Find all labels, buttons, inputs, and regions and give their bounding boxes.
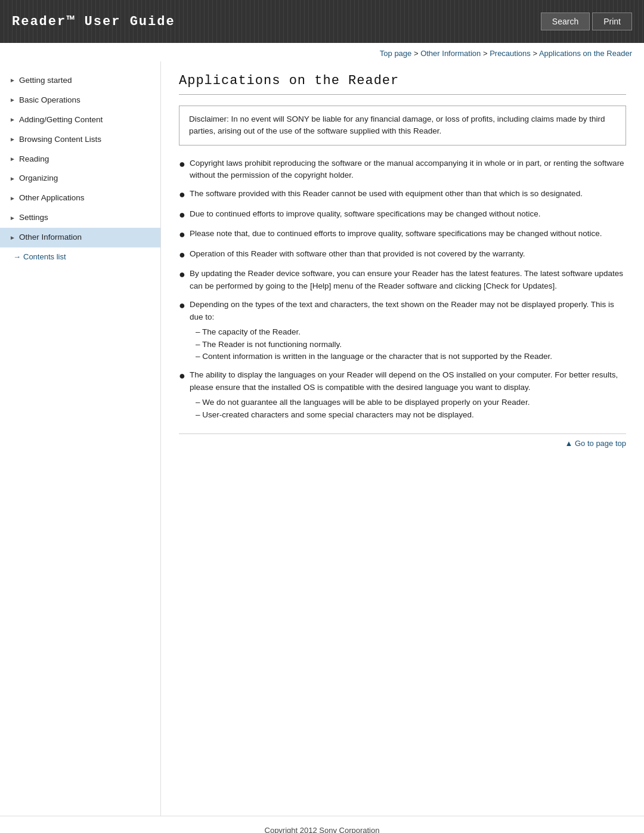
list-item-content: Due to continued efforts to improve qual… <box>190 208 541 221</box>
footer-copyright: Copyright 2012 Sony Corporation <box>265 826 380 833</box>
content-footer: ▲ Go to page top <box>179 433 626 448</box>
bullet-icon: ● <box>179 228 190 241</box>
bullet-icon: ● <box>179 248 190 262</box>
sidebar-item-reading[interactable]: ► Reading <box>0 150 160 169</box>
sidebar-item-organizing[interactable]: ► Organizing <box>0 169 160 188</box>
list-item-content: Operation of this Reader with software o… <box>190 248 525 261</box>
chevron-right-icon: ► <box>10 96 16 104</box>
sidebar-item-label: Basic Operations <box>19 95 80 106</box>
breadcrumb-sep2: > <box>481 49 490 58</box>
sidebar-item-getting-started[interactable]: ► Getting started <box>0 71 160 91</box>
breadcrumb-other-info[interactable]: Other Information <box>420 49 481 58</box>
breadcrumb-sep1: > <box>411 49 420 58</box>
bullet-icon: ● <box>179 369 190 383</box>
page-title: Applications on the Reader <box>179 73 626 95</box>
contents-list-label: Contents list <box>23 252 66 261</box>
sub-list: We do not guarantee all the languages wi… <box>190 397 626 422</box>
list-item-content: Depending on the types of the text and c… <box>190 299 626 364</box>
bullet-list: ● Copyright laws prohibit reproducing th… <box>179 157 626 422</box>
search-button[interactable]: Search <box>541 13 590 30</box>
sidebar-item-label: Settings <box>19 212 48 224</box>
content-area: Applications on the Reader Disclaimer: I… <box>161 61 644 816</box>
list-item-content: Copyright laws prohibit reproducing the … <box>190 157 626 182</box>
print-button[interactable]: Print <box>592 13 632 30</box>
list-item: ● Due to continued efforts to improve qu… <box>179 208 626 222</box>
list-item: ● The software provided with this Reader… <box>179 188 626 202</box>
list-item: ● By updating the Reader device software… <box>179 268 626 293</box>
list-item: ● Operation of this Reader with software… <box>179 248 626 262</box>
chevron-right-icon: ► <box>10 214 16 222</box>
chevron-right-icon: ► <box>10 135 16 144</box>
sidebar-item-adding-content[interactable]: ► Adding/Getting Content <box>0 110 160 130</box>
sub-list: The capacity of the Reader. The Reader i… <box>190 326 626 364</box>
sidebar-item-other-applications[interactable]: ► Other Applications <box>0 188 160 208</box>
main-layout: ► Getting started ► Basic Operations ► A… <box>0 61 644 816</box>
list-item: ● The ability to display the languages o… <box>179 369 626 422</box>
breadcrumb-precautions[interactable]: Precautions <box>490 49 531 58</box>
breadcrumb-top-page[interactable]: Top page <box>380 49 412 58</box>
list-item-content: By updating the Reader device software, … <box>190 268 626 293</box>
chevron-right-icon: ► <box>10 234 16 242</box>
sidebar-item-label: Getting started <box>19 75 72 86</box>
sidebar-item-label: Organizing <box>19 173 58 184</box>
list-item-content: The software provided with this Reader c… <box>190 188 583 200</box>
list-item: ● Please note that, due to continued eff… <box>179 228 626 241</box>
sub-list-item: We do not guarantee all the languages wi… <box>190 397 626 409</box>
arrow-right-icon: → <box>13 252 21 261</box>
sub-list-item: The Reader is not functioning normally. <box>190 339 626 351</box>
list-item-content: Please note that, due to continued effor… <box>190 228 602 240</box>
bullet-icon: ● <box>179 157 190 171</box>
go-to-top-link[interactable]: ▲ Go to page top <box>565 439 627 448</box>
breadcrumb: Top page > Other Information > Precautio… <box>0 43 644 61</box>
sidebar-item-browsing-content[interactable]: ► Browsing Content Lists <box>0 130 160 150</box>
sidebar-item-basic-operations[interactable]: ► Basic Operations <box>0 91 160 110</box>
list-item: ● Copyright laws prohibit reproducing th… <box>179 157 626 182</box>
sidebar: ► Getting started ► Basic Operations ► A… <box>0 61 161 816</box>
chevron-right-icon: ► <box>10 116 16 124</box>
header: Reader™ User Guide Search Print <box>0 0 644 43</box>
header-buttons: Search Print <box>541 13 632 30</box>
bullet-icon: ● <box>179 268 190 281</box>
sub-list-item: User-created characters and some special… <box>190 409 626 422</box>
list-item: ● Depending on the types of the text and… <box>179 299 626 364</box>
sub-list-item: The capacity of the Reader. <box>190 326 626 339</box>
breadcrumb-sep3: > <box>531 49 539 58</box>
chevron-right-icon: ► <box>10 175 16 183</box>
sidebar-item-label: Other Information <box>19 232 82 243</box>
disclaimer-box: Disclaimer: In no event will SONY be lia… <box>179 106 626 145</box>
disclaimer-text: Disclaimer: In no event will SONY be lia… <box>189 114 605 135</box>
sub-list-item: Content information is written in the la… <box>190 351 626 363</box>
sidebar-item-settings[interactable]: ► Settings <box>0 208 160 228</box>
chevron-right-icon: ► <box>10 76 16 85</box>
bullet-icon: ● <box>179 188 190 202</box>
chevron-right-icon: ► <box>10 155 16 163</box>
sidebar-item-label: Browsing Content Lists <box>19 134 101 145</box>
chevron-right-icon: ► <box>10 194 16 203</box>
sidebar-item-other-information[interactable]: ► Other Information <box>0 228 160 247</box>
app-title: Reader™ User Guide <box>12 14 175 29</box>
list-item-content: The ability to display the languages on … <box>190 369 626 422</box>
bullet-icon: ● <box>179 299 190 312</box>
contents-list-link[interactable]: → Contents list <box>0 247 160 266</box>
sidebar-item-label: Reading <box>19 154 49 165</box>
page-footer: Copyright 2012 Sony Corporation <box>0 816 644 833</box>
sidebar-item-label: Other Applications <box>19 193 85 204</box>
breadcrumb-apps-on-reader[interactable]: Applications on the Reader <box>539 49 632 58</box>
bullet-icon: ● <box>179 208 190 222</box>
sidebar-item-label: Adding/Getting Content <box>19 114 103 126</box>
